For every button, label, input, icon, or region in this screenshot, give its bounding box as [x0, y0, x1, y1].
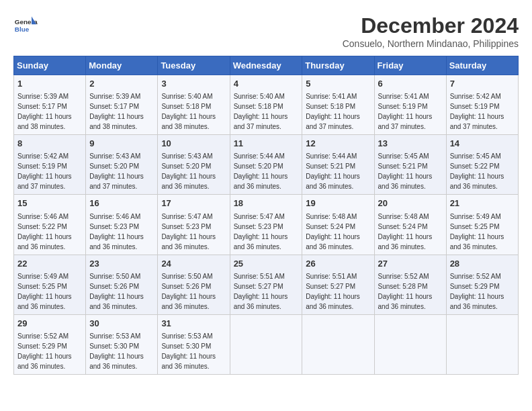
- day-number: 10: [161, 138, 226, 150]
- day-number: 19: [306, 197, 370, 210]
- calendar-body: 1Sunrise: 5:39 AMSunset: 5:17 PMDaylight…: [14, 75, 519, 375]
- day-info: Sunrise: 5:52 AMSunset: 5:29 PMDaylight:…: [450, 273, 504, 310]
- header-day-wednesday: Wednesday: [230, 56, 302, 75]
- day-info: Sunrise: 5:44 AMSunset: 5:20 PMDaylight:…: [234, 152, 288, 190]
- day-number: 17: [161, 197, 226, 210]
- header-day-friday: Friday: [374, 56, 446, 75]
- day-number: 14: [450, 138, 515, 150]
- day-number: 21: [450, 197, 515, 210]
- day-info: Sunrise: 5:39 AMSunset: 5:17 PMDaylight:…: [17, 93, 72, 130]
- header-day-monday: Monday: [86, 56, 158, 75]
- day-info: Sunrise: 5:43 AMSunset: 5:20 PMDaylight:…: [161, 152, 216, 190]
- table-row: [302, 314, 374, 374]
- day-number: 20: [378, 197, 443, 210]
- table-row: 6Sunrise: 5:41 AMSunset: 5:19 PMDaylight…: [374, 75, 446, 135]
- day-info: Sunrise: 5:45 AMSunset: 5:21 PMDaylight:…: [378, 152, 433, 190]
- day-number: 16: [89, 197, 154, 210]
- header-day-saturday: Saturday: [446, 56, 518, 75]
- table-row: 21Sunrise: 5:49 AMSunset: 5:25 PMDayligh…: [446, 195, 518, 255]
- day-number: 9: [89, 138, 154, 150]
- table-row: 25Sunrise: 5:51 AMSunset: 5:27 PMDayligh…: [230, 255, 302, 314]
- week-row-2: 8Sunrise: 5:42 AMSunset: 5:19 PMDaylight…: [14, 135, 519, 195]
- week-row-1: 1Sunrise: 5:39 AMSunset: 5:17 PMDaylight…: [14, 75, 519, 135]
- header-day-tuesday: Tuesday: [158, 56, 230, 75]
- table-row: [446, 314, 518, 374]
- header-day-sunday: Sunday: [14, 56, 86, 75]
- day-info: Sunrise: 5:49 AMSunset: 5:25 PMDaylight:…: [450, 213, 504, 250]
- svg-text:Blue: Blue: [15, 26, 30, 33]
- day-number: 1: [17, 78, 82, 90]
- table-row: 19Sunrise: 5:48 AMSunset: 5:24 PMDayligh…: [302, 195, 374, 255]
- table-row: 5Sunrise: 5:41 AMSunset: 5:18 PMDaylight…: [302, 75, 374, 135]
- table-row: 28Sunrise: 5:52 AMSunset: 5:29 PMDayligh…: [446, 255, 518, 314]
- day-info: Sunrise: 5:45 AMSunset: 5:22 PMDaylight:…: [450, 152, 504, 190]
- day-number: 2: [89, 78, 154, 90]
- table-row: 16Sunrise: 5:46 AMSunset: 5:23 PMDayligh…: [86, 195, 158, 255]
- table-row: 9Sunrise: 5:43 AMSunset: 5:20 PMDaylight…: [86, 135, 158, 195]
- day-number: 31: [161, 318, 226, 330]
- day-number: 7: [450, 78, 515, 90]
- week-row-5: 29Sunrise: 5:52 AMSunset: 5:29 PMDayligh…: [14, 314, 519, 374]
- day-info: Sunrise: 5:43 AMSunset: 5:20 PMDaylight:…: [89, 152, 144, 190]
- day-info: Sunrise: 5:42 AMSunset: 5:19 PMDaylight:…: [450, 93, 504, 130]
- logo: General Blue: [13, 13, 38, 38]
- title-block: December 2024 Consuelo, Northern Mindana…: [343, 13, 519, 49]
- table-row: 31Sunrise: 5:53 AMSunset: 5:30 PMDayligh…: [158, 314, 230, 374]
- day-info: Sunrise: 5:50 AMSunset: 5:26 PMDaylight:…: [161, 273, 216, 310]
- table-row: 20Sunrise: 5:48 AMSunset: 5:24 PMDayligh…: [374, 195, 446, 255]
- day-info: Sunrise: 5:51 AMSunset: 5:27 PMDaylight:…: [234, 273, 288, 310]
- week-row-4: 22Sunrise: 5:49 AMSunset: 5:25 PMDayligh…: [14, 255, 519, 314]
- day-number: 8: [17, 138, 82, 150]
- day-number: 25: [234, 258, 299, 270]
- table-row: 27Sunrise: 5:52 AMSunset: 5:28 PMDayligh…: [374, 255, 446, 314]
- day-info: Sunrise: 5:49 AMSunset: 5:25 PMDaylight:…: [17, 273, 72, 310]
- day-number: 24: [161, 258, 226, 270]
- day-info: Sunrise: 5:41 AMSunset: 5:18 PMDaylight:…: [306, 93, 360, 130]
- calendar-table: SundayMondayTuesdayWednesdayThursdayFrid…: [13, 56, 519, 375]
- day-info: Sunrise: 5:48 AMSunset: 5:24 PMDaylight:…: [378, 213, 433, 250]
- day-number: 15: [17, 197, 82, 210]
- table-row: 4Sunrise: 5:40 AMSunset: 5:18 PMDaylight…: [230, 75, 302, 135]
- day-number: 3: [161, 78, 226, 90]
- day-number: 27: [378, 258, 443, 270]
- table-row: 14Sunrise: 5:45 AMSunset: 5:22 PMDayligh…: [446, 135, 518, 195]
- day-number: 28: [450, 258, 515, 270]
- table-row: 15Sunrise: 5:46 AMSunset: 5:22 PMDayligh…: [14, 195, 86, 255]
- table-row: 23Sunrise: 5:50 AMSunset: 5:26 PMDayligh…: [86, 255, 158, 314]
- table-row: 2Sunrise: 5:39 AMSunset: 5:17 PMDaylight…: [86, 75, 158, 135]
- table-row: 3Sunrise: 5:40 AMSunset: 5:18 PMDaylight…: [158, 75, 230, 135]
- day-number: 13: [378, 138, 443, 150]
- day-info: Sunrise: 5:48 AMSunset: 5:24 PMDaylight:…: [306, 213, 360, 250]
- day-number: 29: [17, 318, 82, 330]
- table-row: 13Sunrise: 5:45 AMSunset: 5:21 PMDayligh…: [374, 135, 446, 195]
- table-row: 11Sunrise: 5:44 AMSunset: 5:20 PMDayligh…: [230, 135, 302, 195]
- table-row: 12Sunrise: 5:44 AMSunset: 5:21 PMDayligh…: [302, 135, 374, 195]
- day-number: 26: [306, 258, 370, 270]
- day-number: 5: [306, 78, 370, 90]
- table-row: 8Sunrise: 5:42 AMSunset: 5:19 PMDaylight…: [14, 135, 86, 195]
- week-row-3: 15Sunrise: 5:46 AMSunset: 5:22 PMDayligh…: [14, 195, 519, 255]
- header: General Blue December 2024 Consuelo, Nor…: [13, 13, 519, 49]
- day-info: Sunrise: 5:47 AMSunset: 5:23 PMDaylight:…: [234, 213, 288, 250]
- table-row: 17Sunrise: 5:47 AMSunset: 5:23 PMDayligh…: [158, 195, 230, 255]
- day-info: Sunrise: 5:44 AMSunset: 5:21 PMDaylight:…: [306, 152, 360, 190]
- day-info: Sunrise: 5:41 AMSunset: 5:19 PMDaylight:…: [378, 93, 433, 130]
- day-info: Sunrise: 5:50 AMSunset: 5:26 PMDaylight:…: [89, 273, 144, 310]
- day-number: 30: [89, 318, 154, 330]
- day-info: Sunrise: 5:46 AMSunset: 5:22 PMDaylight:…: [17, 213, 72, 250]
- day-number: 11: [234, 138, 299, 150]
- table-row: 10Sunrise: 5:43 AMSunset: 5:20 PMDayligh…: [158, 135, 230, 195]
- header-day-thursday: Thursday: [302, 56, 374, 75]
- day-number: 12: [306, 138, 370, 150]
- day-number: 18: [234, 197, 299, 210]
- day-info: Sunrise: 5:53 AMSunset: 5:30 PMDaylight:…: [89, 332, 144, 370]
- table-row: 24Sunrise: 5:50 AMSunset: 5:26 PMDayligh…: [158, 255, 230, 314]
- header-row: SundayMondayTuesdayWednesdayThursdayFrid…: [14, 56, 519, 75]
- location-subtitle: Consuelo, Northern Mindanao, Philippines: [343, 38, 519, 49]
- table-row: 22Sunrise: 5:49 AMSunset: 5:25 PMDayligh…: [14, 255, 86, 314]
- day-number: 23: [89, 258, 154, 270]
- day-info: Sunrise: 5:39 AMSunset: 5:17 PMDaylight:…: [89, 93, 144, 130]
- day-info: Sunrise: 5:47 AMSunset: 5:23 PMDaylight:…: [161, 213, 216, 250]
- day-number: 22: [17, 258, 82, 270]
- table-row: 29Sunrise: 5:52 AMSunset: 5:29 PMDayligh…: [14, 314, 86, 374]
